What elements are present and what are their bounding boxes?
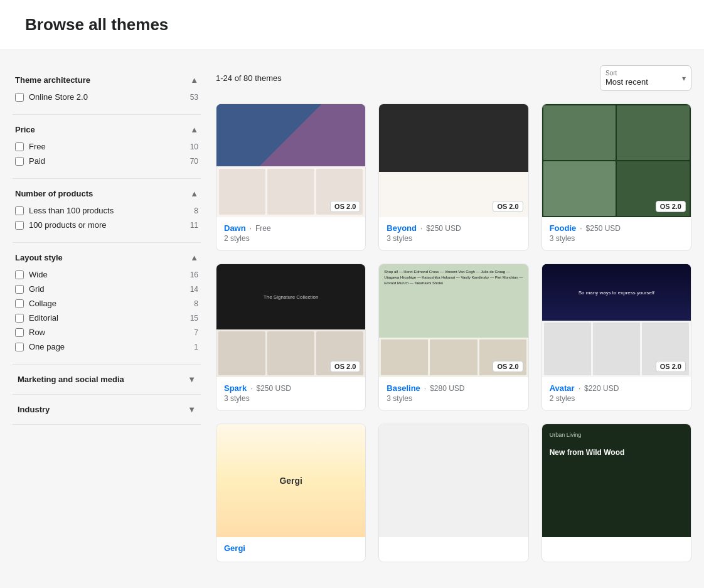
free-checkbox[interactable] (15, 142, 24, 151)
urban-image-text: Urban Living (542, 424, 691, 446)
paid-label[interactable]: Paid (29, 156, 45, 166)
less-than-100-checkbox[interactable] (15, 206, 24, 215)
baseline-thumb-2 (430, 339, 477, 375)
grid-label[interactable]: Grid (29, 284, 45, 294)
theme-card-gergi[interactable]: Gergi Gergi (216, 424, 366, 562)
paid-checkbox[interactable] (15, 157, 24, 166)
baseline-separator: · (424, 384, 426, 393)
theme-card-h[interactable] (378, 424, 528, 562)
wide-label[interactable]: Wide (29, 270, 48, 279)
theme-card-spark[interactable]: The Signature Collection OS 2.0 Spark · (216, 264, 366, 411)
foodie-badge: OS 2.0 (656, 201, 686, 212)
online-store-2-count: 53 (190, 93, 198, 102)
one-page-label[interactable]: One page (29, 342, 65, 351)
avatar-name-link[interactable]: Avatar (550, 383, 575, 393)
theme-card-baseline[interactable]: Shop all — Henri-Edmond Cross — Vincent … (378, 264, 528, 411)
collage-checkbox[interactable] (15, 299, 24, 308)
filter-item-collage: Collage 8 (13, 296, 201, 311)
wide-checkbox[interactable] (15, 270, 24, 279)
theme-grid: OS 2.0 Dawn · Free 2 styles (216, 104, 691, 562)
baseline-price: $280 USD (430, 384, 464, 393)
h-image-bg (379, 424, 528, 537)
filter-item-grid: Grid 14 (13, 282, 201, 296)
avatar-name-row: Avatar · $220 USD (550, 383, 683, 393)
avatar-image-text: So many ways to express yourself (579, 290, 654, 296)
urban-image-bg: Urban Living New from Wild Wood (542, 424, 691, 537)
beyond-name-link[interactable]: Beyond (387, 223, 417, 233)
gergi-name-link[interactable]: Gergi (224, 543, 245, 553)
spark-image-top: The Signature Collection (216, 264, 365, 329)
editorial-checkbox[interactable] (15, 314, 24, 323)
wide-count: 16 (190, 270, 198, 279)
filter-item-less-than-100: Less than 100 products 8 (13, 203, 201, 218)
spark-styles: 3 styles (224, 394, 358, 403)
free-label[interactable]: Free (29, 142, 46, 151)
sort-select[interactable]: Most recent Price: Low to high Price: Hi… (600, 66, 691, 90)
filter-section-theme-architecture-header[interactable]: Theme architecture ▲ (13, 75, 201, 85)
online-store-2-checkbox[interactable] (15, 93, 24, 102)
filter-section-layout-style-header[interactable]: Layout style ▲ (13, 253, 201, 262)
row-label[interactable]: Row (29, 328, 45, 337)
theme-card-urban-living[interactable]: Urban Living New from Wild Wood (541, 424, 691, 562)
beyond-image-bg (379, 104, 528, 217)
filter-section-marketing-header[interactable]: Marketing and social media ▼ (15, 375, 198, 384)
dawn-name-link[interactable]: Dawn (224, 223, 246, 233)
spark-name-link[interactable]: Spark (224, 383, 247, 393)
avatar-info: Avatar · $220 USD 2 styles (542, 377, 691, 410)
dawn-styles: 2 styles (224, 234, 358, 243)
baseline-badge: OS 2.0 (493, 361, 523, 372)
foodie-styles: 3 styles (550, 234, 683, 243)
theme-card-avatar[interactable]: So many ways to express yourself OS 2.0 … (541, 264, 691, 411)
theme-card-foodie[interactable]: OS 2.0 Foodie · $250 USD 3 styles (541, 104, 691, 251)
filter-section-price-header[interactable]: Price ▲ (13, 125, 201, 134)
filter-section-layout-style-label: Layout style (15, 253, 63, 262)
filter-section-number-of-products-header[interactable]: Number of products ▲ (13, 189, 201, 198)
less-than-100-label[interactable]: Less than 100 products (29, 206, 114, 215)
dawn-price: Free (255, 224, 271, 233)
filter-section-industry-header[interactable]: Industry ▼ (15, 405, 198, 414)
beyond-styles: 3 styles (387, 234, 520, 243)
filter-item-one-page: One page 1 (13, 339, 201, 354)
theme-card-beyond[interactable]: OS 2.0 Beyond · $250 USD 3 styles (378, 104, 528, 251)
theme-card-dawn[interactable]: OS 2.0 Dawn · Free 2 styles (216, 104, 366, 251)
one-page-checkbox[interactable] (15, 343, 24, 351)
100-or-more-label[interactable]: 100 products or more (29, 220, 107, 230)
gergi-image-bg: Gergi (216, 424, 365, 537)
number-products-chevron-up-icon: ▲ (190, 189, 198, 198)
beyond-info: Beyond · $250 USD 3 styles (379, 217, 528, 250)
beyond-price: $250 USD (426, 224, 461, 233)
avatar-image-bg: So many ways to express yourself (542, 264, 691, 377)
editorial-label[interactable]: Editorial (29, 313, 58, 323)
filter-section-marketing-label: Marketing and social media (18, 375, 124, 384)
filter-section-price: Price ▲ Free 10 Paid 70 (13, 115, 201, 179)
filter-section-marketing-social: Marketing and social media ▼ (13, 365, 201, 395)
online-store-2-label[interactable]: Online Store 2.0 (29, 92, 88, 102)
editorial-count: 15 (190, 314, 198, 323)
baseline-styles: 3 styles (387, 394, 520, 403)
theme-image-dawn: OS 2.0 (216, 104, 365, 217)
beyond-badge: OS 2.0 (493, 201, 523, 212)
100-or-more-count: 11 (190, 221, 198, 230)
dawn-image-bg (216, 104, 365, 217)
theme-image-baseline: Shop all — Henri-Edmond Cross — Vincent … (379, 264, 528, 377)
theme-image-beyond: OS 2.0 (379, 104, 528, 217)
foodie-cell-2 (617, 105, 690, 160)
urban-info (542, 537, 691, 552)
filter-section-industry: Industry ▼ (13, 395, 201, 425)
less-than-100-count: 8 (194, 206, 198, 215)
baseline-name-link[interactable]: Baseline (387, 383, 420, 393)
100-or-more-checkbox[interactable] (15, 221, 24, 230)
row-checkbox[interactable] (15, 328, 24, 337)
dawn-badge: OS 2.0 (330, 201, 360, 212)
grid-checkbox[interactable] (15, 285, 24, 294)
theme-image-spark: The Signature Collection OS 2.0 (216, 264, 365, 377)
baseline-image-bg: Shop all — Henri-Edmond Cross — Vincent … (379, 264, 528, 377)
content-header: 1-24 of 80 themes Sort Most recent Price… (216, 65, 691, 91)
beyond-product-2 (430, 174, 477, 215)
collage-label[interactable]: Collage (29, 299, 56, 308)
foodie-name-link[interactable]: Foodie (550, 223, 577, 233)
spark-badge: OS 2.0 (330, 361, 360, 372)
filter-section-price-label: Price (15, 125, 35, 134)
marketing-chevron-down-icon: ▼ (188, 375, 196, 384)
filter-item-100-or-more: 100 products or more 11 (13, 218, 201, 232)
